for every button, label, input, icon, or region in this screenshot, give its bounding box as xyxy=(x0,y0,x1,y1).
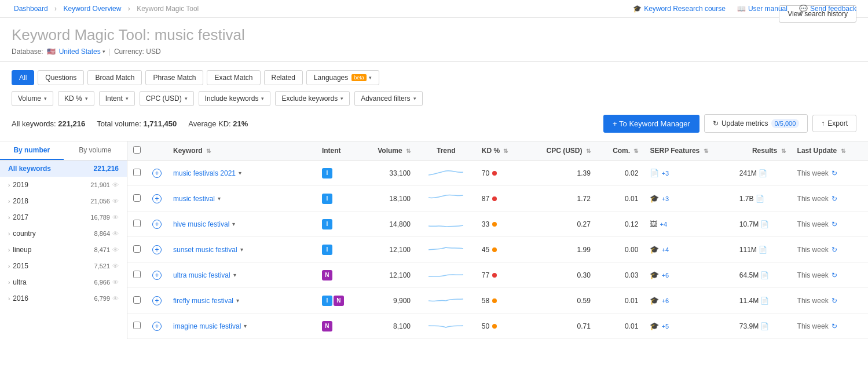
eye-icon[interactable]: 👁 xyxy=(112,263,119,269)
add-keyword-button[interactable]: + xyxy=(152,271,162,280)
serp-plus[interactable]: +6 xyxy=(661,297,669,304)
tab-all[interactable]: All xyxy=(12,70,34,85)
add-keyword-button[interactable]: + xyxy=(152,194,162,203)
eye-icon[interactable]: 👁 xyxy=(112,295,119,302)
exclude-keywords-filter[interactable]: Exclude keywords ▾ xyxy=(275,91,350,106)
refresh-icon[interactable]: ↻ xyxy=(832,271,837,279)
refresh-icon[interactable]: ↻ xyxy=(832,322,837,330)
row-checkbox[interactable] xyxy=(133,322,141,329)
eye-icon[interactable]: 👁 xyxy=(112,198,119,205)
sidebar-item-2016[interactable]: › 2016 6,799 👁 xyxy=(0,290,127,307)
keyword-link[interactable]: music festivals 2021 ▾ xyxy=(173,169,310,177)
refresh-icon[interactable]: ↻ xyxy=(832,246,837,254)
add-keyword-cell[interactable]: + xyxy=(147,237,167,263)
add-keyword-cell[interactable]: + xyxy=(147,212,167,237)
keyword-link[interactable]: imagine music festival ▾ xyxy=(173,322,310,330)
tab-questions[interactable]: Questions xyxy=(38,70,84,85)
tab-broad-match[interactable]: Broad Match xyxy=(87,70,142,85)
intent-filter[interactable]: Intent ▾ xyxy=(99,91,135,106)
eye-icon[interactable]: 👁 xyxy=(112,246,119,253)
keyword-col-header[interactable]: Keyword ⇅ xyxy=(167,141,316,161)
eye-icon[interactable]: 👁 xyxy=(112,279,119,286)
refresh-icon[interactable]: ↻ xyxy=(832,169,837,177)
volume-col-header[interactable]: Volume ⇅ xyxy=(359,141,416,161)
row-checkbox[interactable] xyxy=(133,245,141,253)
keyword-research-course-link[interactable]: 🎓 Keyword Research course xyxy=(633,5,726,13)
sidebar-item-2018[interactable]: › 2018 21,056 👁 xyxy=(0,193,127,209)
row-checkbox[interactable] xyxy=(133,271,141,278)
export-button[interactable]: ↑ Export xyxy=(812,115,856,132)
sidebar-item-lineup[interactable]: › lineup 8,471 👁 xyxy=(0,242,127,258)
row-checkbox[interactable] xyxy=(133,194,141,202)
update-metrics-button[interactable]: ↻ Update metrics 0/5,000 xyxy=(704,114,808,133)
serp-plus[interactable]: +5 xyxy=(661,323,669,330)
add-keyword-button[interactable]: + xyxy=(152,296,162,305)
breadcrumb-keyword-overview[interactable]: Keyword Overview xyxy=(63,5,121,13)
row-checkbox[interactable] xyxy=(133,169,141,176)
row-checkbox-cell[interactable] xyxy=(127,212,147,237)
send-feedback-link[interactable]: 💬 Send feedback xyxy=(799,5,856,13)
keyword-link[interactable]: hive music festival ▾ xyxy=(173,220,310,228)
add-keyword-cell[interactable]: + xyxy=(147,186,167,212)
serp-plus[interactable]: +4 xyxy=(660,221,667,228)
tab-phrase-match[interactable]: Phrase Match xyxy=(145,70,203,85)
row-checkbox-cell[interactable] xyxy=(127,288,147,314)
sidebar-item-2019[interactable]: › 2019 21,901 👁 xyxy=(0,177,127,193)
last-update-col-header[interactable]: Last Update ⇅ xyxy=(792,141,868,161)
intent-col-header[interactable]: Intent xyxy=(316,141,359,161)
kd-col-header[interactable]: KD % ⇅ xyxy=(476,141,525,161)
serp-col-header[interactable]: SERP Features ⇅ xyxy=(644,141,733,161)
sidebar-item-2017[interactable]: › 2017 16,789 👁 xyxy=(0,209,127,225)
add-keyword-cell[interactable]: + xyxy=(147,288,167,314)
breadcrumb-dashboard[interactable]: Dashboard xyxy=(14,5,48,13)
to-keyword-manager-button[interactable]: + To Keyword Manager xyxy=(603,115,699,133)
user-manual-link[interactable]: 📖 User manual xyxy=(737,5,788,13)
com-col-header[interactable]: Com. ⇅ xyxy=(596,141,644,161)
row-checkbox-cell[interactable] xyxy=(127,263,147,288)
tab-related[interactable]: Related xyxy=(264,70,303,85)
kd-filter[interactable]: KD % ▾ xyxy=(58,91,94,106)
cpc-filter[interactable]: CPC (USD) ▾ xyxy=(140,91,194,106)
include-keywords-filter[interactable]: Include keywords ▾ xyxy=(199,91,271,106)
row-checkbox-cell[interactable] xyxy=(127,237,147,263)
refresh-icon[interactable]: ↻ xyxy=(832,195,837,203)
volume-filter[interactable]: Volume ▾ xyxy=(12,91,53,106)
keyword-link[interactable]: sunset music festival ▾ xyxy=(173,246,310,254)
keyword-link[interactable]: music festival ▾ xyxy=(173,195,310,203)
sidebar-item-all-keywords[interactable]: All keywords 221,216 xyxy=(0,161,127,177)
select-all-header[interactable] xyxy=(127,141,147,161)
tab-languages[interactable]: Languages beta ▾ xyxy=(306,70,379,85)
add-keyword-button[interactable]: + xyxy=(152,169,162,178)
row-checkbox-cell[interactable] xyxy=(127,161,147,186)
add-keyword-cell[interactable]: + xyxy=(147,263,167,288)
row-checkbox[interactable] xyxy=(133,220,141,227)
eye-icon[interactable]: 👁 xyxy=(112,214,119,221)
keyword-link[interactable]: firefly music festival ▾ xyxy=(173,297,310,305)
serp-plus[interactable]: +3 xyxy=(661,195,669,202)
advanced-filters[interactable]: Advanced filters ▾ xyxy=(354,91,422,106)
trend-col-header[interactable]: Trend xyxy=(416,141,476,161)
add-keyword-button[interactable]: + xyxy=(152,322,162,331)
add-keyword-cell[interactable]: + xyxy=(147,314,167,339)
sidebar-tab-by-volume[interactable]: By volume xyxy=(64,141,127,160)
tab-exact-match[interactable]: Exact Match xyxy=(207,70,260,85)
serp-plus[interactable]: +3 xyxy=(661,170,669,177)
database-selector[interactable]: United States ▾ xyxy=(59,48,105,56)
sidebar-item-country[interactable]: › country 8,864 👁 xyxy=(0,225,127,242)
add-keyword-cell[interactable]: + xyxy=(147,161,167,186)
refresh-icon[interactable]: ↻ xyxy=(832,220,837,228)
row-checkbox[interactable] xyxy=(133,296,141,304)
sidebar-item-ultra[interactable]: › ultra 6,966 👁 xyxy=(0,274,127,290)
sidebar-item-2015[interactable]: › 2015 7,521 👁 xyxy=(0,258,127,274)
row-checkbox-cell[interactable] xyxy=(127,314,147,339)
results-col-header[interactable]: Results ⇅ xyxy=(734,141,792,161)
sidebar-tab-by-number[interactable]: By number xyxy=(0,141,64,160)
select-all-checkbox[interactable] xyxy=(133,146,141,154)
eye-icon[interactable]: 👁 xyxy=(112,181,119,188)
serp-plus[interactable]: +4 xyxy=(661,246,669,253)
keyword-link[interactable]: ultra music festival ▾ xyxy=(173,271,310,279)
add-keyword-button[interactable]: + xyxy=(152,220,162,229)
eye-icon[interactable]: 👁 xyxy=(112,230,119,237)
add-keyword-button[interactable]: + xyxy=(152,245,162,254)
row-checkbox-cell[interactable] xyxy=(127,186,147,212)
